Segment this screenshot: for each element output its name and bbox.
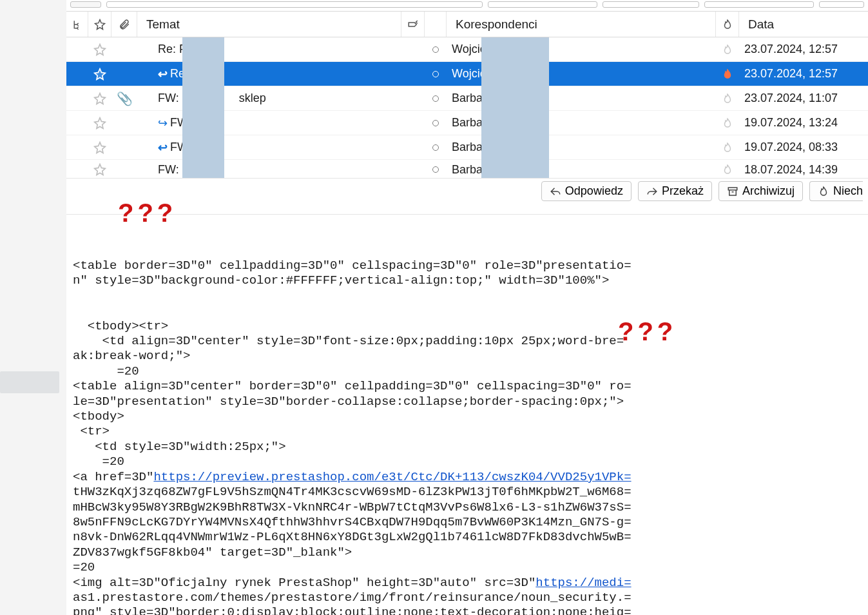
redaction-block <box>182 37 224 178</box>
message-list-header: Temat Korespondenci Data <box>66 12 868 37</box>
star-icon <box>93 117 106 130</box>
row-attachment-cell: 📎 <box>111 86 137 110</box>
archive-label: Archiwizuj <box>742 184 795 198</box>
top-toolbar <box>66 0 868 12</box>
archive-button[interactable]: Archiwizuj <box>719 181 803 201</box>
column-correspondents-label: Korespondenci <box>452 17 537 32</box>
row-junk-cell[interactable] <box>716 135 739 159</box>
forward-button[interactable]: Przekaż <box>638 181 712 201</box>
paperclip-icon: 📎 <box>117 91 133 106</box>
row-tag-cell <box>401 86 425 110</box>
star-icon <box>93 43 106 56</box>
row-date-cell: 23.07.2024, 11:07 <box>739 86 868 110</box>
column-star[interactable] <box>88 12 111 37</box>
row-date-cell: 19.07.2024, 08:33 <box>739 135 868 159</box>
toolbar-button[interactable] <box>70 1 101 8</box>
row-date-cell: 18.07.2024, 14:39 <box>739 160 868 178</box>
folder-sidebar[interactable] <box>0 0 66 615</box>
row-read-cell[interactable] <box>425 111 447 135</box>
row-subject-cell: ↪FW: ar <box>137 111 401 135</box>
flame-icon <box>722 19 733 30</box>
annotation-question-marks: ??? <box>618 317 677 346</box>
forward-label: Przekaż <box>662 184 704 198</box>
row-star-cell[interactable] <box>88 111 111 135</box>
toolbar-search-input[interactable] <box>106 1 483 8</box>
column-subject[interactable]: Temat <box>137 12 401 37</box>
reply-label: Odpowiedz <box>565 184 623 198</box>
archive-icon <box>727 186 738 197</box>
row-read-cell[interactable] <box>425 62 447 86</box>
row-junk-cell[interactable] <box>716 37 739 61</box>
toolbar-segment[interactable] <box>819 1 864 8</box>
star-icon <box>94 19 106 30</box>
column-subject-label: Temat <box>142 17 180 32</box>
reply-button[interactable]: Odpowiedz <box>541 181 632 201</box>
row-star-cell[interactable] <box>88 37 111 61</box>
preview-link[interactable]: https://medi= <box>535 576 631 590</box>
row-date-cell: 23.07.2024, 12:57 <box>739 37 868 61</box>
row-read-cell[interactable] <box>425 160 447 178</box>
row-date-cell: 19.07.2024, 13:24 <box>739 111 868 135</box>
reply-arrow-icon: ↩ <box>158 67 168 81</box>
column-tag[interactable] <box>401 12 425 37</box>
row-tag-cell <box>401 160 425 178</box>
flame-icon <box>722 44 733 55</box>
row-attachment-cell <box>111 111 137 135</box>
row-attachment-cell <box>111 160 137 178</box>
toolbar-segment[interactable] <box>603 1 699 8</box>
row-attachment-cell <box>111 37 137 61</box>
row-subject-cell: ↩FW: ar <box>137 135 401 159</box>
column-correspondents[interactable]: Korespondenci <box>447 12 716 37</box>
row-date-text: 23.07.2024, 11:07 <box>744 92 838 105</box>
column-read[interactable] <box>425 12 447 37</box>
row-attachment-cell <box>111 135 137 159</box>
row-attachment-cell <box>111 62 137 86</box>
row-star-cell[interactable] <box>88 62 111 86</box>
star-icon <box>93 92 106 105</box>
row-date-text: 18.07.2024, 14:39 <box>744 163 838 177</box>
preview-link[interactable]: https://preview.prestashop.com/e3t/Ctc/D… <box>153 470 631 484</box>
row-star-cell[interactable] <box>88 86 111 110</box>
read-status-icon <box>432 46 439 53</box>
read-status-icon <box>432 166 439 173</box>
message-raw-source: <table border=3D"0" cellpadding=3D"0" ce… <box>73 215 868 615</box>
row-thread-cell <box>66 62 88 86</box>
row-tag-cell <box>401 37 425 61</box>
flame-icon <box>722 164 733 175</box>
message-preview-pane[interactable]: ??? ??? <table border=3D"0" cellpadding=… <box>66 204 868 615</box>
row-junk-cell[interactable] <box>716 160 739 178</box>
sidebar-selected-folder[interactable] <box>0 371 59 393</box>
thread-icon <box>72 19 82 30</box>
column-date-label: Data <box>744 17 774 32</box>
row-tag-cell <box>401 135 425 159</box>
toolbar-segment[interactable] <box>704 1 814 8</box>
redaction-block <box>481 37 549 178</box>
flame-icon <box>722 93 733 104</box>
read-status-icon <box>432 120 439 126</box>
star-icon <box>93 141 106 154</box>
forward-arrow-icon: ↪ <box>158 116 168 130</box>
row-junk-cell[interactable] <box>716 111 739 135</box>
toolbar-segment[interactable] <box>488 1 597 8</box>
column-junk[interactable] <box>716 12 739 37</box>
column-date[interactable]: Data <box>739 12 868 37</box>
row-read-cell[interactable] <box>425 37 447 61</box>
row-subject-cell: ↩Re: FW <box>137 62 401 86</box>
column-thread[interactable] <box>66 12 88 37</box>
row-date-cell: 23.07.2024, 12:57 <box>739 62 868 86</box>
row-date-text: 23.07.2024, 12:57 <box>744 43 838 56</box>
junk-button[interactable]: Niech <box>809 181 863 201</box>
row-subject-cell: FW: FWsklep <box>137 86 401 110</box>
flame-icon <box>722 68 733 80</box>
row-read-cell[interactable] <box>425 86 447 110</box>
row-junk-cell[interactable] <box>716 86 739 110</box>
row-star-cell[interactable] <box>88 135 111 159</box>
message-list[interactable]: Re: FWWojciec23.07.2024, 12:57↩Re: FWWoj… <box>66 37 868 178</box>
row-thread-cell <box>66 111 88 135</box>
row-thread-cell <box>66 86 88 110</box>
row-read-cell[interactable] <box>425 135 447 159</box>
row-thread-cell <box>66 135 88 159</box>
row-star-cell[interactable] <box>88 160 111 178</box>
column-attachment[interactable] <box>111 12 137 37</box>
row-junk-cell[interactable] <box>716 62 739 86</box>
